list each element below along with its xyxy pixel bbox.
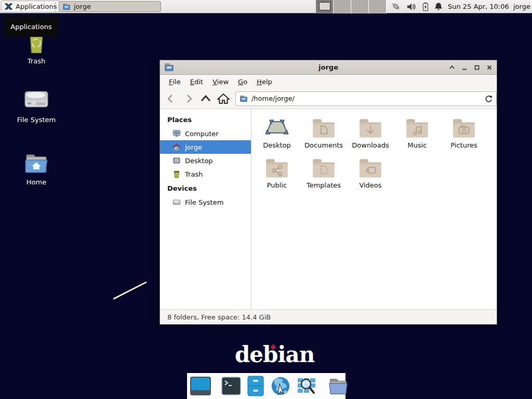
file-manager-window: jorge File Edit View Go Help bbox=[159, 60, 497, 325]
statusbar: 8 folders, Free space: 14.4 GiB bbox=[160, 309, 497, 324]
sidebar-item-label: jorge bbox=[185, 143, 202, 151]
notifications-bell-icon[interactable] bbox=[433, 2, 444, 12]
menu-go[interactable]: Go bbox=[233, 75, 252, 88]
desktop: Applications jorge bbox=[0, 0, 532, 399]
folder-item-documents[interactable]: Documents bbox=[300, 116, 347, 149]
minimize-button[interactable] bbox=[461, 64, 468, 71]
panel-username[interactable]: jorge bbox=[513, 0, 530, 14]
documents-folder-icon bbox=[311, 116, 337, 139]
sidebar-item-trash[interactable]: Trash bbox=[160, 167, 251, 181]
folder-label: Pictures bbox=[450, 141, 477, 149]
taskbar-window-button[interactable]: jorge bbox=[59, 1, 161, 12]
desktop-icon-label: Trash bbox=[28, 57, 45, 65]
file-grid: Desktop Documents bbox=[251, 109, 497, 309]
folder-label: Public bbox=[267, 181, 287, 189]
up-button[interactable] bbox=[197, 91, 215, 107]
sidebar-places-header: Places bbox=[160, 112, 251, 127]
window-titlebar[interactable]: jorge bbox=[160, 60, 497, 75]
folder-item-videos[interactable]: Videos bbox=[347, 156, 394, 189]
battery-icon[interactable] bbox=[420, 2, 432, 12]
workspace-1[interactable] bbox=[316, 0, 334, 14]
folder-label: Videos bbox=[359, 181, 381, 189]
menu-view[interactable]: View bbox=[208, 75, 233, 88]
debian-logo: debian bbox=[235, 342, 314, 367]
workspace-2[interactable] bbox=[334, 0, 351, 14]
home-button[interactable] bbox=[215, 91, 232, 107]
videos-folder-icon bbox=[357, 156, 383, 179]
sidebar-item-computer[interactable]: Computer bbox=[160, 127, 251, 140]
sidebar-item-filesystem[interactable]: File System bbox=[160, 195, 251, 209]
menu-file[interactable]: File bbox=[164, 75, 185, 88]
home-icon bbox=[172, 143, 181, 151]
computer-icon bbox=[172, 129, 181, 138]
sidebar-item-desktop[interactable]: Desktop bbox=[160, 154, 251, 167]
top-panel: Applications jorge bbox=[0, 0, 532, 14]
folder-item-downloads[interactable]: Downloads bbox=[347, 116, 394, 149]
desktop-icon-label: File System bbox=[17, 116, 56, 124]
path-input[interactable]: /home/jorge/ bbox=[235, 91, 497, 106]
home-folder-icon bbox=[23, 153, 49, 175]
menu-edit[interactable]: Edit bbox=[185, 75, 208, 88]
dock-show-desktop-icon[interactable] bbox=[190, 375, 211, 397]
desktop-folder-icon bbox=[264, 116, 290, 139]
panel-clock[interactable]: Sun 25 Apr, 10:06 bbox=[448, 0, 509, 14]
pictures-folder-icon bbox=[451, 116, 477, 139]
desktop-stroke-mark bbox=[113, 281, 147, 299]
toolbar: /home/jorge/ bbox=[160, 88, 497, 109]
folder-item-desktop[interactable]: Desktop bbox=[254, 116, 300, 149]
workspace-switcher bbox=[316, 0, 387, 14]
sidebar: Places Computer bbox=[160, 109, 251, 309]
trash-icon bbox=[172, 170, 181, 178]
maximize-button[interactable] bbox=[473, 64, 480, 71]
dock-terminal-icon[interactable] bbox=[221, 375, 242, 397]
folder-label: Downloads bbox=[352, 141, 389, 149]
reload-button[interactable] bbox=[484, 94, 493, 103]
path-text: /home/jorge/ bbox=[251, 95, 481, 102]
workspace-4[interactable] bbox=[369, 0, 387, 14]
applications-menu-button[interactable]: Applications bbox=[1, 1, 61, 12]
downloads-folder-icon bbox=[357, 116, 383, 139]
xfce-applications-icon bbox=[4, 2, 13, 11]
applications-tooltip: Applications bbox=[4, 17, 58, 37]
sidebar-item-label: File System bbox=[185, 198, 223, 206]
folder-item-templates[interactable]: Templates bbox=[300, 156, 347, 189]
applications-menu-label: Applications bbox=[16, 3, 57, 10]
sidebar-item-jorge[interactable]: jorge bbox=[160, 140, 251, 154]
folder-label: Templates bbox=[307, 181, 341, 189]
dock-web-browser-icon[interactable] bbox=[270, 375, 291, 397]
dock-folder-icon[interactable] bbox=[327, 375, 349, 397]
folder-icon bbox=[62, 3, 71, 10]
desktop-icon bbox=[172, 156, 181, 165]
folder-label: Documents bbox=[304, 141, 343, 149]
harddrive-icon bbox=[172, 198, 181, 206]
menubar: File Edit View Go Help bbox=[160, 75, 497, 88]
dock-file-manager-icon[interactable] bbox=[246, 375, 265, 397]
forward-button[interactable] bbox=[180, 91, 197, 107]
close-button[interactable] bbox=[486, 64, 493, 71]
status-text: 8 folders, Free space: 14.4 GiB bbox=[167, 313, 271, 321]
dock-app-finder-icon[interactable] bbox=[296, 375, 318, 397]
folder-label: Desktop bbox=[263, 141, 291, 149]
public-folder-icon bbox=[264, 156, 290, 179]
shade-button[interactable] bbox=[448, 64, 455, 71]
music-folder-icon bbox=[404, 116, 430, 139]
folder-item-public[interactable]: Public bbox=[254, 156, 300, 189]
workspace-window-thumb bbox=[319, 2, 330, 10]
taskbar-window-label: jorge bbox=[74, 3, 91, 10]
panel-separator-handle[interactable] bbox=[55, 2, 57, 11]
removable-device-icon[interactable] bbox=[390, 2, 402, 12]
harddrive-icon bbox=[23, 87, 49, 112]
sidebar-devices-header: Devices bbox=[160, 181, 251, 195]
folder-item-pictures[interactable]: Pictures bbox=[441, 116, 487, 149]
volume-icon[interactable] bbox=[406, 2, 417, 12]
dock bbox=[187, 373, 345, 399]
folder-item-music[interactable]: Music bbox=[394, 116, 441, 149]
desktop-icon-home[interactable]: Home bbox=[11, 153, 61, 186]
menu-help[interactable]: Help bbox=[252, 75, 277, 88]
sidebar-item-label: Desktop bbox=[185, 157, 213, 165]
desktop-icon-filesystem[interactable]: File System bbox=[11, 87, 61, 124]
window-title: jorge bbox=[160, 63, 497, 71]
path-folder-icon bbox=[240, 95, 248, 102]
back-button[interactable] bbox=[162, 91, 180, 107]
workspace-3[interactable] bbox=[351, 0, 369, 14]
